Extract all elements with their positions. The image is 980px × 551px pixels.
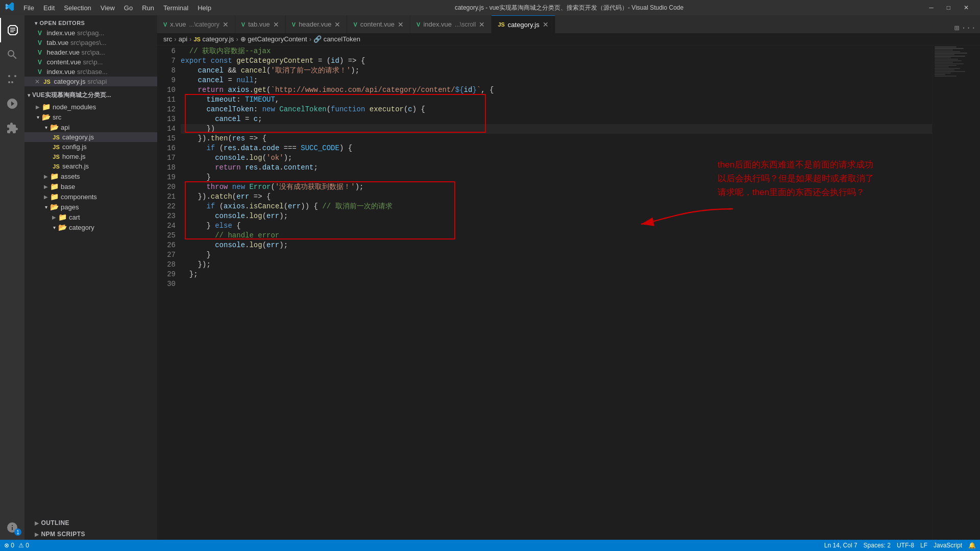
code-line-12: cancelToken: new CancelToken(function ex…: [181, 105, 932, 114]
editor-scrollbar[interactable]: [973, 45, 980, 540]
menu-view[interactable]: View: [96, 3, 119, 13]
open-editors-header[interactable]: ▾ OPEN EDITORS: [24, 15, 157, 28]
open-editor-item[interactable]: V tab.vue src\pages\...: [24, 38, 157, 47]
npm-scripts-header[interactable]: ▶ NPM SCRIPTS: [24, 529, 157, 540]
activity-bar: 1: [0, 15, 24, 540]
breadcrumb-function[interactable]: ⊕ getCategoryContent: [240, 35, 307, 43]
tab-close-icon[interactable]: ✕: [543, 20, 549, 29]
status-right: Ln 14, Col 7 Spaces: 2 UTF-8 LF JavaScri…: [824, 542, 976, 549]
tab-close-icon[interactable]: ✕: [223, 20, 229, 29]
activity-debug[interactable]: [0, 91, 24, 116]
notification-badge: 1: [14, 529, 21, 536]
tab-content-vue[interactable]: V content.vue ✕: [347, 15, 410, 33]
activity-settings[interactable]: 1: [0, 515, 24, 540]
tab-close-icon[interactable]: ✕: [479, 20, 485, 29]
window-title: category.js - vue实现慕淘商城之分类页、搜索页开发（源代码）- …: [215, 4, 923, 12]
status-left: ⊗ 0 ⚠ 0: [4, 542, 29, 549]
menu-file[interactable]: File: [19, 3, 38, 13]
tree-category[interactable]: ▾ 📂 category: [24, 222, 157, 232]
svg-point-5: [8, 75, 10, 77]
menu-edit[interactable]: Edit: [39, 3, 59, 13]
svg-rect-1: [10, 28, 15, 29]
open-editor-item[interactable]: V header.vue src\pa...: [24, 47, 157, 57]
activity-explorer[interactable]: [0, 18, 24, 42]
status-errors[interactable]: ⊗ 0: [4, 542, 14, 549]
activity-search[interactable]: [0, 42, 24, 67]
status-feedback[interactable]: 🔔: [968, 542, 976, 549]
tab-close-icon[interactable]: ✕: [398, 20, 404, 29]
open-editor-item[interactable]: V content.vue src\p...: [24, 57, 157, 67]
menu-bar: File Edit Selection View Go Run Terminal…: [19, 3, 215, 13]
code-line-27: }: [181, 250, 932, 260]
breadcrumb-src[interactable]: src: [163, 35, 172, 43]
tab-actions: ⊞ ···: [950, 23, 980, 33]
tree-config-js[interactable]: JS config.js: [24, 142, 157, 152]
tree-assets[interactable]: ▶ 📁 assets: [24, 171, 157, 181]
tree-node-modules[interactable]: ▶ 📁 node_modules: [24, 102, 157, 112]
breadcrumb-file[interactable]: JS category.js: [193, 35, 234, 43]
breadcrumb-sep: ›: [236, 35, 238, 43]
status-eol[interactable]: LF: [920, 542, 927, 549]
split-editor-icon[interactable]: ⊞: [954, 23, 960, 33]
activity-git[interactable]: [0, 67, 24, 91]
code-line-9: cancel = null;: [181, 76, 932, 85]
tree-search-js[interactable]: JS search.js: [24, 161, 157, 171]
tab-header-vue[interactable]: V header.vue ✕: [286, 15, 348, 33]
tab-tab-vue[interactable]: V tab.vue ✕: [235, 15, 286, 33]
editor-area: V x.vue ...\category ✕ V tab.vue ✕ V hea…: [157, 15, 980, 540]
open-editor-item[interactable]: V index.vue src\pag...: [24, 28, 157, 38]
activity-extensions[interactable]: [0, 116, 24, 140]
menu-go[interactable]: Go: [120, 3, 137, 13]
tab-close-icon[interactable]: ✕: [334, 20, 340, 29]
breadcrumb-sep: ›: [189, 35, 191, 43]
menu-terminal[interactable]: Terminal: [159, 3, 192, 13]
code-line-14: }): [181, 124, 932, 134]
tree-cart[interactable]: ▶ 📁 cart: [24, 212, 157, 222]
maximize-button[interactable]: □: [941, 2, 957, 13]
menu-help[interactable]: Help: [193, 3, 215, 13]
status-warnings[interactable]: ⚠ 0: [18, 542, 29, 549]
menu-selection[interactable]: Selection: [60, 3, 95, 13]
vscode-logo: [5, 2, 14, 14]
minimize-button[interactable]: ─: [923, 2, 940, 13]
open-editor-item[interactable]: V index.vue src\base...: [24, 67, 157, 77]
minimap: [932, 45, 973, 540]
tree-pages[interactable]: ▾ 📂 pages: [24, 202, 157, 212]
code-line-10: return axios.get(`http://www.imooc.com/a…: [181, 85, 932, 95]
svg-rect-0: [10, 30, 15, 31]
svg-point-6: [11, 81, 13, 83]
tab-close-icon[interactable]: ✕: [273, 20, 279, 29]
status-spaces[interactable]: Spaces: 2: [864, 542, 891, 549]
menu-run[interactable]: Run: [138, 3, 158, 13]
breadcrumb-token[interactable]: 🔗 cancelToken: [313, 35, 360, 43]
tab-category-js[interactable]: JS category.js ✕: [492, 15, 555, 33]
status-language[interactable]: JavaScript: [934, 542, 962, 549]
line-numbers: 6 7 8 9 10 11 12 13 14 15 16 17 18 19 20…: [157, 45, 181, 540]
outline-header[interactable]: ▶ OUTLINE: [24, 517, 157, 529]
close-button[interactable]: ✕: [958, 2, 975, 13]
code-editor[interactable]: 6 7 8 9 10 11 12 13 14 15 16 17 18 19 20…: [157, 45, 980, 540]
code-content[interactable]: // 获取内容数据--ajax export const getCategory…: [181, 45, 932, 540]
code-line-11: timeout: TIMEOUT,: [181, 95, 932, 105]
code-line-22: if (axios.isCancel(err)) { // 取消前一次的请求: [181, 202, 932, 211]
tab-index-vue[interactable]: V index.vue ...\scroll ✕: [410, 15, 492, 33]
tree-category-js[interactable]: JS category.js: [24, 132, 157, 142]
tab-x-vue[interactable]: V x.vue ...\category ✕: [157, 15, 235, 33]
tree-home-js[interactable]: JS home.js: [24, 152, 157, 161]
status-encoding[interactable]: UTF-8: [897, 542, 914, 549]
breadcrumb-api[interactable]: api: [179, 35, 187, 43]
status-cursor[interactable]: Ln 14, Col 7: [824, 542, 857, 549]
tree-api[interactable]: ▾ 📂 api: [24, 122, 157, 132]
more-actions-icon[interactable]: ···: [961, 23, 976, 33]
code-line-30: [181, 279, 932, 289]
file-tree: ▶ 📁 node_modules ▾ 📂 src ▾ 📂 api JS cate…: [24, 102, 157, 517]
tree-src[interactable]: ▾ 📂 src: [24, 112, 157, 122]
tree-base[interactable]: ▶ 📁 base: [24, 181, 157, 191]
svg-point-4: [14, 75, 16, 77]
tree-components[interactable]: ▶ 📁 components: [24, 191, 157, 202]
code-line-8: cancel && cancel('取消了前一次的请求！');: [181, 66, 932, 76]
sidebar: ▾ OPEN EDITORS V index.vue src\pag... V …: [24, 15, 157, 540]
project-folder-header[interactable]: ▾ VUE实现慕淘商城之分类页...: [24, 86, 157, 102]
window-controls: ─ □ ✕: [923, 2, 975, 13]
open-editor-item-active[interactable]: ✕ JS category.js src\api: [24, 77, 157, 86]
